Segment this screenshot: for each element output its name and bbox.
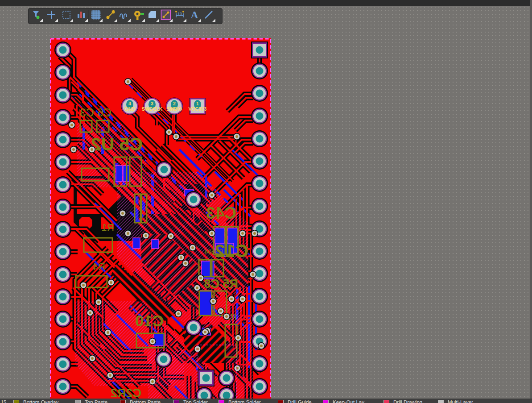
svg-text:A: A	[191, 9, 198, 21]
svg-text:4: 4	[128, 101, 131, 106]
svg-text:R1: R1	[102, 222, 114, 233]
svg-text:1: 1	[196, 101, 199, 106]
svg-text:C6 C3: C6 C3	[80, 106, 111, 119]
svg-text:3: 3	[151, 101, 153, 106]
svg-text:C5 U2: C5 U2	[91, 134, 143, 154]
svg-text:R5 C8: R5 C8	[204, 277, 238, 291]
svg-text:SWDCLK: SWDCLK	[142, 106, 162, 112]
svg-text:C43: C43	[206, 204, 236, 222]
svg-text:SWDIO: SWDIO	[166, 106, 182, 112]
svg-text:R4: R4	[93, 261, 105, 272]
svg-text:GND: GND	[124, 106, 135, 112]
svg-text:10: 10	[177, 12, 182, 16]
svg-text:VCC3V3: VCC3V3	[189, 106, 207, 112]
svg-text:2: 2	[173, 101, 176, 106]
svg-text:C2R2: C2R2	[111, 386, 141, 400]
svg-text:C10: C10	[135, 312, 164, 329]
